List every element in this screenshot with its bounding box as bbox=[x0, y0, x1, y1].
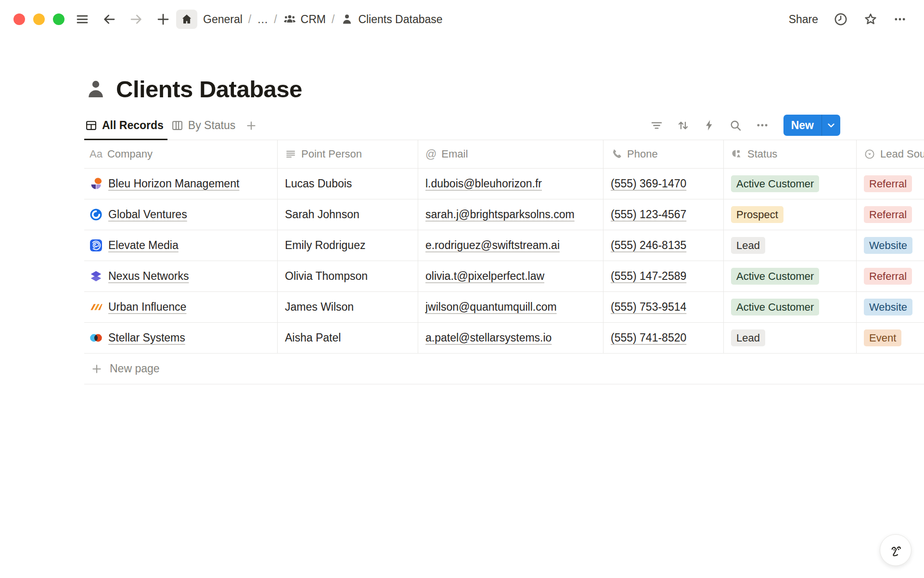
column-header-phone[interactable]: Phone bbox=[603, 140, 724, 168]
company-cell[interactable]: Global Ventures bbox=[84, 199, 278, 230]
tab-by-status[interactable]: By Status bbox=[170, 119, 242, 140]
status-cell[interactable]: Prospect bbox=[724, 199, 857, 230]
email-cell[interactable]: e.rodriguez@swiftstream.ai bbox=[418, 230, 603, 261]
new-record-button[interactable]: New bbox=[783, 115, 840, 136]
new-record-dropdown-chevron-icon[interactable] bbox=[822, 115, 840, 136]
status-cell[interactable]: Active Customer bbox=[724, 292, 857, 322]
status-badge: Prospect bbox=[731, 206, 783, 223]
back-icon[interactable] bbox=[102, 12, 116, 26]
breadcrumb-item-crm[interactable]: CRM bbox=[283, 13, 326, 26]
status-cell[interactable]: Lead bbox=[724, 230, 857, 261]
point-person-cell[interactable]: Olivia Thompson bbox=[278, 261, 418, 291]
sidebar-toggle-icon[interactable] bbox=[75, 12, 90, 26]
breadcrumb-separator: / bbox=[274, 13, 277, 26]
table-row[interactable]: Elevate Media Emily Rodriguez e.rodrigue… bbox=[84, 230, 924, 261]
column-header-lead-source[interactable]: Lead Source bbox=[857, 140, 924, 168]
filter-icon[interactable] bbox=[650, 119, 663, 132]
company-cell[interactable]: Elevate Media bbox=[84, 230, 278, 261]
forward-icon[interactable] bbox=[129, 12, 143, 26]
company-cell[interactable]: Nexus Networks bbox=[84, 261, 278, 291]
table-row[interactable]: Global Ventures Sarah Johnson sarah.j@br… bbox=[84, 199, 924, 230]
point-person-cell[interactable]: Aisha Patel bbox=[278, 323, 418, 353]
email-cell[interactable]: a.patel@stellarsystems.io bbox=[418, 323, 603, 353]
point-person-cell[interactable]: Lucas Dubois bbox=[278, 169, 418, 199]
table-row[interactable]: Bleu Horizon Management Lucas Dubois l.d… bbox=[84, 169, 924, 199]
plus-icon bbox=[245, 119, 257, 132]
phone-cell[interactable]: (555) 753-9514 bbox=[603, 292, 724, 322]
phone-cell[interactable]: (555) 147-2589 bbox=[603, 261, 724, 291]
column-header-point-person[interactable]: Point Person bbox=[278, 140, 418, 168]
aa-icon: Aa bbox=[90, 148, 103, 160]
point-person-cell[interactable]: James Wilson bbox=[278, 292, 418, 322]
breadcrumb-item-general[interactable]: General bbox=[203, 13, 243, 26]
breadcrumb-item-collapsed[interactable]: … bbox=[257, 13, 268, 26]
phone-cell[interactable]: (555) 369-1470 bbox=[603, 169, 724, 199]
column-header-email[interactable]: @ Email bbox=[418, 140, 603, 168]
maximize-window-button[interactable] bbox=[53, 13, 64, 25]
status-badge: Active Customer bbox=[731, 299, 819, 316]
phone-cell[interactable]: (555) 246-8135 bbox=[603, 230, 724, 261]
status-cell[interactable]: Active Customer bbox=[724, 261, 857, 291]
status-badge: Lead bbox=[731, 237, 765, 254]
email-cell[interactable]: l.dubois@bleuhorizon.fr bbox=[418, 169, 603, 199]
company-cell[interactable]: Bleu Horizon Management bbox=[84, 169, 278, 199]
tab-all-records[interactable]: All Records bbox=[84, 119, 170, 140]
table-row[interactable]: Urban Influence James Wilson jwilson@qua… bbox=[84, 292, 924, 323]
board-icon bbox=[171, 119, 183, 131]
phone-icon bbox=[611, 148, 622, 160]
phone-cell[interactable]: (555) 741-8520 bbox=[603, 323, 724, 353]
lead-source-cell[interactable]: Referral bbox=[857, 169, 924, 199]
phone-cell[interactable]: (555) 123-4567 bbox=[603, 199, 724, 230]
status-cell[interactable]: Active Customer bbox=[724, 169, 857, 199]
new-page-row[interactable]: New page bbox=[84, 354, 924, 384]
lead-source-cell[interactable]: Event bbox=[857, 323, 924, 353]
history-clock-icon[interactable] bbox=[834, 12, 848, 26]
window-controls bbox=[13, 13, 64, 25]
add-view-button[interactable] bbox=[242, 119, 260, 140]
email-cell[interactable]: jwilson@quantumquill.com bbox=[418, 292, 603, 322]
company-cell[interactable]: Stellar Systems bbox=[84, 323, 278, 353]
page-person-icon[interactable] bbox=[84, 78, 107, 101]
lead-source-cell[interactable]: Referral bbox=[857, 261, 924, 291]
company-cell[interactable]: Urban Influence bbox=[84, 292, 278, 322]
table-row[interactable]: Stellar Systems Aisha Patel a.patel@stel… bbox=[84, 323, 924, 354]
notion-face-icon bbox=[887, 541, 904, 559]
status-cell[interactable]: Lead bbox=[724, 323, 857, 353]
breadcrumb-item-clients-database[interactable]: Clients Database bbox=[340, 13, 442, 26]
sort-icon[interactable] bbox=[677, 119, 690, 132]
new-tab-icon[interactable] bbox=[156, 12, 170, 26]
email-cell[interactable]: sarah.j@brightsparksolns.com bbox=[418, 199, 603, 230]
automations-zap-icon[interactable] bbox=[703, 119, 716, 131]
breadcrumb-separator: / bbox=[332, 13, 334, 26]
column-header-company[interactable]: Aa Company bbox=[84, 140, 278, 168]
lead-source-cell[interactable]: Website bbox=[857, 292, 924, 322]
layers-logo-icon bbox=[90, 270, 103, 283]
view-more-icon[interactable] bbox=[756, 118, 769, 132]
home-icon[interactable] bbox=[176, 10, 197, 29]
table-icon bbox=[85, 119, 97, 131]
page-title[interactable]: Clients Database bbox=[116, 76, 302, 103]
search-icon[interactable] bbox=[729, 119, 742, 132]
point-person-cell[interactable]: Sarah Johnson bbox=[278, 199, 418, 230]
records-table: Aa Company Point Person @ Email Phone bbox=[84, 140, 924, 384]
pie-logo-icon bbox=[90, 177, 103, 190]
point-person-cell[interactable]: Emily Rodriguez bbox=[278, 230, 418, 261]
notion-ai-button[interactable] bbox=[880, 534, 911, 566]
share-button[interactable]: Share bbox=[789, 13, 818, 26]
lead-source-cell[interactable]: Website bbox=[857, 230, 924, 261]
lead-source-badge: Website bbox=[864, 237, 912, 254]
column-header-status[interactable]: Status bbox=[724, 140, 857, 168]
email-cell[interactable]: olivia.t@pixelperfect.law bbox=[418, 261, 603, 291]
person-icon bbox=[340, 13, 354, 26]
favorite-star-icon[interactable] bbox=[863, 12, 878, 26]
swirl-logo-icon bbox=[90, 208, 103, 221]
close-window-button[interactable] bbox=[13, 13, 25, 25]
more-options-icon[interactable] bbox=[893, 13, 907, 26]
lead-source-cell[interactable]: Referral bbox=[857, 199, 924, 230]
lead-source-badge: Event bbox=[864, 329, 901, 347]
lead-source-badge: Referral bbox=[864, 206, 912, 223]
minimize-window-button[interactable] bbox=[33, 13, 45, 25]
venn-logo-icon bbox=[90, 331, 103, 344]
table-row[interactable]: Nexus Networks Olivia Thompson olivia.t@… bbox=[84, 261, 924, 292]
stripes-logo-icon bbox=[90, 301, 103, 314]
